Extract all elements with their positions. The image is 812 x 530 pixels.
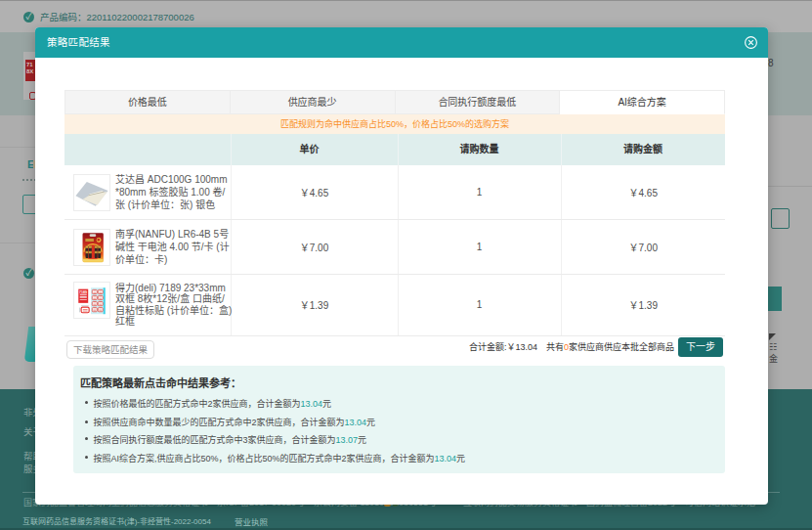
svg-text:7189: 7189	[79, 290, 87, 294]
